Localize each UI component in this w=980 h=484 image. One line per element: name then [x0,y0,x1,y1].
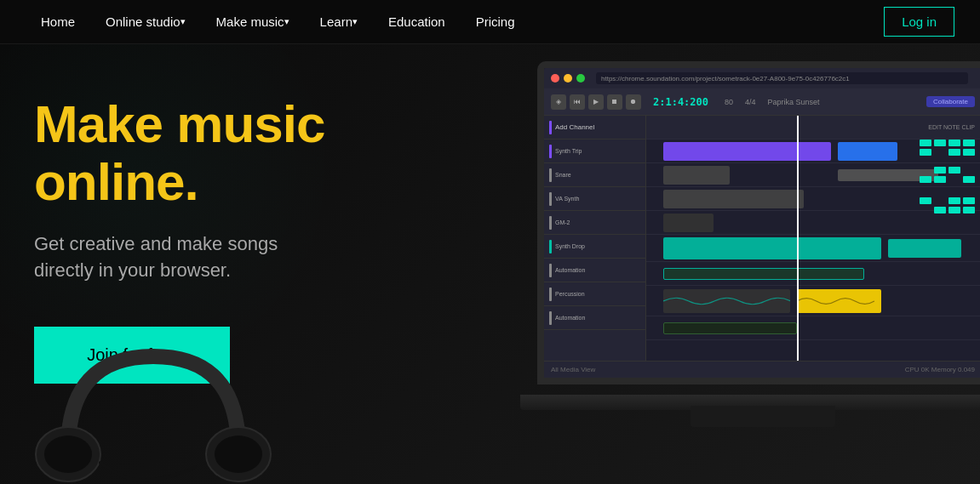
daw-bottom-bar: All Media View CPU 0K Memory 0.049 [544,361,980,378]
hero-right: https://chrome.soundation.com/project/so… [477,44,980,484]
timeline-row-5 [646,211,980,235]
hero-subtitle: Get creative and make songs directly in … [34,231,443,284]
laptop-screen: https://chrome.soundation.com/project/so… [537,61,980,384]
note-blocks [920,140,975,156]
maximize-dot [576,74,585,83]
laptop-mockup: https://chrome.soundation.com/project/so… [520,61,980,453]
daw-project-name: Paprika Sunset [768,98,820,106]
timeline-row-6 [646,235,980,262]
nav-education[interactable]: Education [373,0,461,44]
track-color-9 [549,311,552,325]
track-label-7: Automation [544,259,645,282]
laptop-stand [691,406,835,427]
track-label-9: Automation [544,306,645,330]
track-label-2: Synth Trip [544,140,645,163]
daw-body: Add Channel Synth Trip Snare [544,116,980,361]
clip-teal-1 [663,237,881,259]
daw-rewind-btn[interactable]: ⏮ [570,94,585,110]
clip-blue-1 [838,142,898,161]
track-color-6 [549,240,552,253]
svg-point-1 [44,436,92,473]
note-blocks-2 [920,167,975,183]
daw-interface: https://chrome.soundation.com/project/so… [544,68,980,378]
clip-gray-1 [663,166,731,185]
note-blocks-3 [920,197,975,214]
headphones-image [26,331,281,484]
daw-bottom-right: CPU 0K Memory 0.049 [905,366,975,373]
nav-online-studio[interactable]: Online studio [90,0,201,44]
timeline-row-7 [646,262,980,286]
track-color-1 [549,121,552,134]
track-color-5 [549,216,552,230]
nav-links: Home Online studio Make music Learn Educ… [26,0,884,44]
track-color-4 [549,192,552,206]
track-label-5: GM-2 [544,211,645,235]
daw-timeline: EDIT NOTE CLIP [646,116,980,361]
track-color-8 [549,288,552,301]
daw-bottom-left: All Media View [551,366,595,373]
svg-point-3 [215,436,262,473]
daw-bpm-display: 80 [725,98,733,106]
daw-titlebar: https://chrome.soundation.com/project/so… [544,68,980,88]
clip-percussion-1 [663,289,791,313]
daw-time-display: 2:1:4:200 [653,96,708,108]
nav-learn[interactable]: Learn [305,0,373,44]
daw-record-btn[interactable]: ⏺ [626,94,641,110]
login-button[interactable]: Log in [884,7,954,37]
track-label-1: Add Channel [544,116,645,140]
daw-url-bar: https://chrome.soundation.com/project/so… [596,72,968,84]
daw-logo-btn: ◈ [551,94,566,110]
track-label-8: Percussion [544,282,645,306]
clip-purple-1 [663,142,831,161]
daw-track-list: Add Channel Synth Trip Snare [544,116,646,361]
timeline-row-1: EDIT NOTE CLIP [646,116,980,140]
nav-pricing[interactable]: Pricing [461,0,530,44]
minimize-dot [564,74,572,83]
clip-yellow-1 [797,289,881,313]
navbar: Home Online studio Make music Learn Educ… [0,0,980,44]
timeline-row-8 [646,286,980,316]
clip-gray-3 [663,214,714,232]
track-color-3 [549,168,552,182]
daw-toolbar: ◈ ⏮ ▶ ⏹ ⏺ 2:1:4:200 80 4/4 Paprika Sunse… [544,88,980,116]
daw-stop-btn[interactable]: ⏹ [607,94,622,110]
clip-gray-2 [663,190,804,208]
daw-play-btn[interactable]: ▶ [588,94,604,110]
track-label-4: VA Synth [544,187,645,211]
track-label-3: Snare [544,163,645,187]
timeline-row-9 [646,316,980,340]
hero-section: Make music online. Get creative and make… [0,44,980,484]
track-color-7 [549,264,552,277]
nav-make-music[interactable]: Make music [201,0,305,44]
hero-title: Make music online. [34,95,443,211]
clip-automation-2 [663,322,798,334]
collaborate-button[interactable]: Collaborate [926,96,975,107]
track-label-6: Synth Drop [544,235,645,259]
close-dot [551,74,559,83]
track-color-2 [549,145,552,158]
daw-signature-display: 4/4 [745,98,756,106]
clip-automation-1 [663,268,864,280]
daw-playhead [797,116,799,361]
clip-teal-2 [888,239,962,258]
nav-home[interactable]: Home [26,0,90,44]
